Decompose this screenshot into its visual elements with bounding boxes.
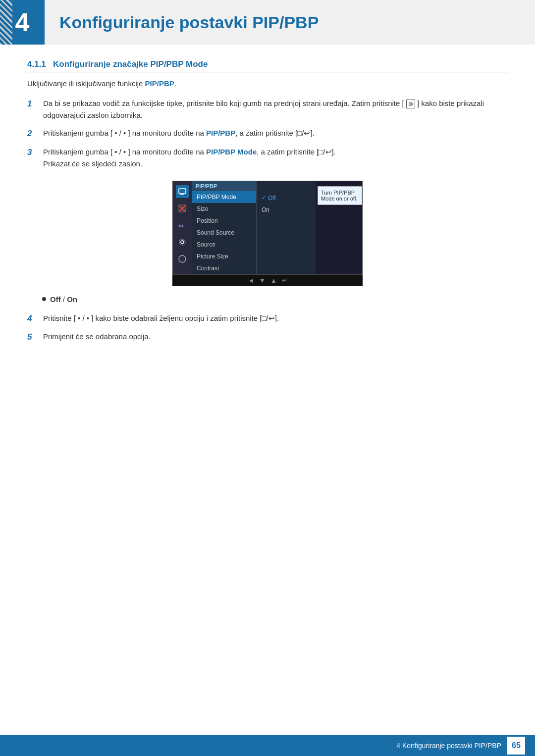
bullet-item-off-on: Off / On bbox=[42, 295, 508, 303]
menu-option-off[interactable]: Off bbox=[257, 192, 316, 204]
menu-icon-gear bbox=[176, 236, 189, 249]
step-5-text: Primijenit će se odabrana opcija. bbox=[43, 331, 151, 343]
step-1-number: 1 bbox=[27, 98, 39, 110]
menu-icon-x bbox=[176, 202, 189, 215]
menu-icons-column: ⇔ i bbox=[173, 181, 192, 274]
chapter-title-box: Konfiguriranje postavki PIP/PBP bbox=[45, 0, 535, 45]
step-1-text: Da bi se prikazao vodič za funkcijske ti… bbox=[43, 98, 508, 121]
menu-item-position[interactable]: Position bbox=[192, 215, 256, 227]
menu-item-contrast[interactable]: Contrast bbox=[192, 262, 256, 274]
bullet-dot bbox=[42, 297, 46, 301]
menu-options-column: Off On bbox=[256, 181, 316, 274]
nav-up-icon: ▲ bbox=[270, 277, 277, 284]
bullet-text: Off / On bbox=[50, 295, 77, 303]
menu-tooltip: Turn PIP/PBP Mode on or off. bbox=[318, 186, 362, 205]
step-1: 1 Da bi se prikazao vodič za funkcijske … bbox=[27, 98, 508, 121]
svg-text:i: i bbox=[182, 256, 183, 262]
step-3-number: 3 bbox=[27, 146, 39, 159]
intro-highlight: PIP/PBP bbox=[145, 79, 174, 88]
page-footer: 4 Konfiguriranje postavki PIP/PBP 65 bbox=[0, 735, 535, 756]
page-header: 4 Konfiguriranje postavki PIP/PBP bbox=[0, 0, 535, 45]
menu-item-picture-size[interactable]: Picture Size bbox=[192, 251, 256, 262]
menu-item-pip-pbp-mode[interactable]: PIP/PBP Mode bbox=[192, 191, 256, 203]
menu-icon-arrows: ⇔ bbox=[176, 219, 189, 232]
section-title: Konfiguriranje značajke PIP/PBP Mode bbox=[53, 59, 208, 69]
menu-title: PIP/PBP bbox=[192, 181, 256, 191]
step-4: 4 Pritisnite [ • / • ] kako biste odabra… bbox=[27, 312, 508, 325]
svg-text:⇔: ⇔ bbox=[178, 222, 184, 229]
menu-screenshot: ⇔ i PIP/PBP PIP/PBP Mode Size Position S… bbox=[27, 181, 508, 286]
step-2-highlight: PIP/PBP bbox=[206, 129, 235, 137]
stripe-decoration bbox=[0, 0, 12, 45]
step-3-sub: Prikazat će se sljedeći zaslon. bbox=[43, 159, 142, 168]
step-3-text: Pritiskanjem gumba [ • / • ] na monitoru… bbox=[43, 146, 336, 170]
options-bullet-list: Off / On bbox=[42, 295, 508, 303]
step-4-number: 4 bbox=[27, 312, 39, 325]
chapter-number: 4 bbox=[15, 7, 30, 37]
nav-left-icon: ◄ bbox=[248, 277, 254, 284]
footer-chapter-text: 4 Konfiguriranje postavki PIP/PBP bbox=[396, 742, 501, 750]
menu-icon-picture bbox=[176, 185, 189, 198]
step-2-number: 2 bbox=[27, 127, 39, 140]
menu-item-size[interactable]: Size bbox=[192, 203, 256, 215]
intro-paragraph: Uključivanje ili isključivanje funkcije … bbox=[27, 79, 508, 88]
menu-container: ⇔ i PIP/PBP PIP/PBP Mode Size Position S… bbox=[172, 181, 363, 286]
nav-down-icon: ▼ bbox=[259, 277, 266, 284]
step-3: 3 Pritiskanjem gumba [ • / • ] na monito… bbox=[27, 146, 508, 170]
chapter-title: Konfiguriranje postavki PIP/PBP bbox=[59, 13, 319, 32]
menu-item-sound-source[interactable]: Sound Source bbox=[192, 227, 256, 239]
step-5-number: 5 bbox=[27, 331, 39, 344]
menu-option-on[interactable]: On bbox=[257, 204, 316, 216]
menu-bottom-bar: ◄ ▼ ▲ ↵ bbox=[172, 275, 363, 286]
svg-point-7 bbox=[179, 239, 185, 245]
menu-items-column: PIP/PBP PIP/PBP Mode Size Position Sound… bbox=[192, 181, 256, 274]
menu-item-source[interactable]: Source bbox=[192, 239, 256, 251]
section-number: 4.1.1 bbox=[27, 59, 46, 69]
svg-rect-0 bbox=[179, 189, 186, 194]
svg-rect-1 bbox=[180, 194, 184, 195]
step-5: 5 Primijenit će se odabrana opcija. bbox=[27, 331, 508, 344]
menu-icon-info: i bbox=[176, 252, 189, 265]
page-content: 4.1.1 Konfiguriranje značajke PIP/PBP Mo… bbox=[0, 59, 535, 389]
intro-suffix: . bbox=[174, 79, 176, 88]
svg-point-6 bbox=[181, 241, 184, 244]
menu-outer: ⇔ i PIP/PBP PIP/PBP Mode Size Position S… bbox=[172, 181, 363, 275]
step-2-text: Pritiskanjem gumba [ • / • ] na monitoru… bbox=[43, 127, 315, 139]
nav-enter-icon: ↵ bbox=[282, 277, 287, 284]
step-3-highlight: PIP/PBP Mode bbox=[206, 148, 257, 156]
footer-page-number: 65 bbox=[507, 737, 525, 755]
intro-text-before: Uključivanje ili isključivanje funkcije bbox=[27, 79, 145, 88]
step-2: 2 Pritiskanjem gumba [ • / • ] na monito… bbox=[27, 127, 508, 140]
step-4-text: Pritisnite [ • / • ] kako biste odabrali… bbox=[43, 312, 279, 324]
section-heading: 4.1.1 Konfiguriranje značajke PIP/PBP Mo… bbox=[27, 59, 508, 72]
